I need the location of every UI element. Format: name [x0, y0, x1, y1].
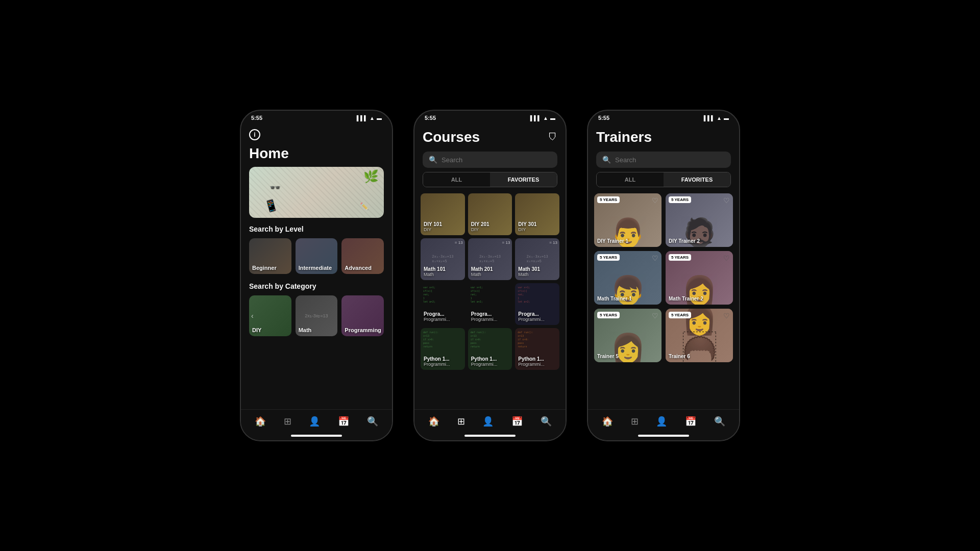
- trainers-title: Trainers: [596, 129, 731, 145]
- trainer2-years: 5 YEARS: [669, 196, 691, 203]
- trainers-status-bar: 5:55 ▌▌▌ ▲ ▬: [588, 111, 739, 123]
- course-python3[interactable]: def run(): x=13 if x>0: pass return Pyth…: [515, 328, 559, 370]
- trainers-nav-courses[interactable]: ⊞: [627, 414, 643, 429]
- trainers-status-icons: ▌▌▌ ▲ ▬: [704, 115, 729, 121]
- trainer-6[interactable]: 👩🦱 5 YEARS ♡ Trainer 6: [666, 309, 733, 362]
- course-diy101[interactable]: DIY 101 DIY: [421, 193, 465, 235]
- trainer3-heart[interactable]: ♡: [652, 254, 658, 262]
- course-math301[interactable]: 2x₁-3x₂=13x₁+x₂=5 Math 301 Math = 13: [515, 238, 559, 280]
- trainer-math2[interactable]: 👩 5 YEARS ♡ Math Trainer 2: [666, 251, 733, 305]
- prog2-cat: Programmi...: [471, 317, 509, 322]
- courses-search-icon: 🔍: [429, 156, 437, 164]
- course-diy301[interactable]: DIY 301 DIY: [515, 193, 559, 235]
- courses-nav-search[interactable]: 🔍: [536, 414, 556, 429]
- courses-grid: DIY 101 DIY DIY 201 DIY DIY 301 DIY: [414, 193, 566, 376]
- trainers-grid: 👨 5 YEARS ♡ DIY Trainer 1 🧔🏿 5 YEARS ♡: [588, 193, 739, 368]
- intermediate-bg: Intermediate: [296, 238, 338, 274]
- trainers-header: Trainers: [588, 123, 739, 147]
- diy201-bg: DIY 201 DIY: [468, 193, 512, 235]
- courses-nav-trainers[interactable]: 👤: [478, 414, 498, 429]
- signal-icon: ▌▌▌: [357, 115, 368, 121]
- course-prog1[interactable]: var x=1;if(x){ ret;}let a=2; Progra... P…: [421, 283, 465, 325]
- course-math201[interactable]: 2x₁-3x₂=13x₁+x₂=5 Math 201 Math = 13: [468, 238, 512, 280]
- trainer3-info: Math Trainer 1: [597, 296, 632, 302]
- math301-bg: Math 301 Math: [515, 238, 559, 280]
- trainers-nav-trainers[interactable]: 👤: [652, 414, 671, 429]
- glasses-decoration: 🕶️: [270, 182, 281, 193]
- home-bottom-nav: 🏠 ⊞ 👤 📅 🔍: [241, 409, 392, 431]
- math301-cat: Math: [518, 272, 556, 277]
- info-icon[interactable]: i: [249, 129, 260, 140]
- courses-nav-calendar[interactable]: 📅: [507, 414, 527, 429]
- level-intermediate[interactable]: Intermediate: [296, 238, 338, 274]
- course-prog2[interactable]: var x=1;if(x){ ret;}let a=2; Progra... P…: [468, 283, 512, 325]
- trainer4-info: Math Trainer 2: [669, 296, 703, 302]
- courses-search-input[interactable]: [442, 156, 551, 164]
- category-programming[interactable]: Programming: [341, 295, 384, 336]
- trainer5-heart[interactable]: ♡: [652, 312, 658, 320]
- courses-tab-all[interactable]: ALL: [423, 172, 490, 187]
- nav-trainers[interactable]: 👤: [305, 414, 324, 429]
- trainer1-heart[interactable]: ♡: [652, 196, 658, 205]
- trainer2-info: DIY Trainer 2: [669, 238, 700, 244]
- course-diy201[interactable]: DIY 201 DIY: [468, 193, 512, 235]
- courses-signal-icon: ▌▌▌: [530, 115, 541, 121]
- courses-status-icons: ▌▌▌ ▲ ▬: [530, 115, 555, 121]
- courses-nav-home[interactable]: 🏠: [424, 414, 444, 429]
- trainer1-name: DIY Trainer 1: [597, 238, 628, 244]
- trainers-wifi-icon: ▲: [717, 115, 722, 121]
- nav-search[interactable]: 🔍: [363, 414, 382, 429]
- trainer3-name: Math Trainer 1: [597, 296, 632, 302]
- trainer-diy1[interactable]: 👨 5 YEARS ♡ DIY Trainer 1: [594, 193, 662, 247]
- nav-calendar[interactable]: 📅: [334, 414, 353, 429]
- trainer-diy2[interactable]: 🧔🏿 5 YEARS ♡ DIY Trainer 2: [666, 193, 733, 247]
- level-grid: Beginner Intermediate Advanced: [249, 238, 384, 274]
- courses-home-indicator: [414, 431, 566, 440]
- home-status-bar: 5:55 ▌▌▌ ▲ ▬: [241, 111, 392, 123]
- courses-status-bar: 5:55 ▌▌▌ ▲ ▬: [414, 111, 566, 123]
- math101-cat: Math: [424, 272, 462, 277]
- trainer5-name: Trainer 5: [597, 354, 619, 359]
- trainer-5[interactable]: 👩 5 YEARS ♡ Trainer 5: [594, 309, 662, 362]
- trainers-search-bar[interactable]: 🔍: [596, 152, 731, 168]
- trainer5-info: Trainer 5: [597, 354, 619, 359]
- trainer2-heart[interactable]: ♡: [723, 196, 730, 205]
- category-diy[interactable]: ‹ DIY: [249, 295, 291, 336]
- math201-name: Math 201: [471, 266, 509, 272]
- beginner-label: Beginner: [252, 265, 277, 271]
- course-math101[interactable]: 2x₁-3x₂=13x₁+x₂=5 Math 101 Math = 13: [421, 238, 465, 280]
- trainer-math1[interactable]: 👦 5 YEARS ♡ Math Trainer 1: [594, 251, 662, 305]
- nav-home[interactable]: 🏠: [251, 414, 270, 429]
- category-math[interactable]: 2x₁-3x₂=13 Math: [296, 295, 338, 336]
- trainer6-heart[interactable]: ♡: [723, 312, 730, 320]
- trainers-nav-search[interactable]: 🔍: [710, 414, 729, 429]
- trainers-search-icon: 🔍: [602, 156, 611, 164]
- level-advanced[interactable]: Advanced: [341, 238, 384, 274]
- advanced-bg: Advanced: [341, 238, 384, 274]
- prog2-bg: Progra... Programmi...: [468, 283, 512, 325]
- trainer1-years: 5 YEARS: [597, 196, 620, 203]
- trainers-tabs: ALL FAVORITES: [596, 172, 731, 187]
- courses-nav-courses[interactable]: ⊞: [453, 414, 469, 429]
- trainers-nav-home[interactable]: 🏠: [598, 414, 617, 429]
- courses-tab-favorites[interactable]: FAVORITES: [490, 172, 557, 187]
- prog1-name: Progra...: [424, 311, 462, 317]
- courses-search-bar[interactable]: 🔍: [423, 152, 557, 168]
- course-python2[interactable]: def run(): x=13 if x>0: pass return Pyth…: [468, 328, 512, 370]
- filter-icon[interactable]: ⛉: [548, 132, 557, 143]
- course-prog3[interactable]: var x=1;if(x){ ret;}let a=2; Progra... P…: [515, 283, 559, 325]
- trainer4-heart[interactable]: ♡: [723, 254, 730, 262]
- trainer6-name: Trainer 6: [669, 354, 690, 359]
- pencil-decoration: ✏️: [360, 202, 369, 210]
- programming-label: Programming: [345, 327, 381, 333]
- trainers-nav-calendar[interactable]: 📅: [681, 414, 700, 429]
- trainers-tab-favorites[interactable]: FAVORITES: [664, 172, 730, 187]
- level-beginner[interactable]: Beginner: [249, 238, 291, 274]
- trainers-tab-all[interactable]: ALL: [597, 172, 664, 187]
- nav-courses[interactable]: ⊞: [280, 414, 296, 429]
- trainers-home-indicator: [588, 431, 739, 440]
- course-python1[interactable]: def run(): x=13 if x>0: pass return Pyth…: [421, 328, 465, 370]
- home-indicator: [241, 431, 392, 440]
- trainers-battery-icon: ▬: [724, 115, 729, 121]
- trainers-search-input[interactable]: [615, 156, 725, 164]
